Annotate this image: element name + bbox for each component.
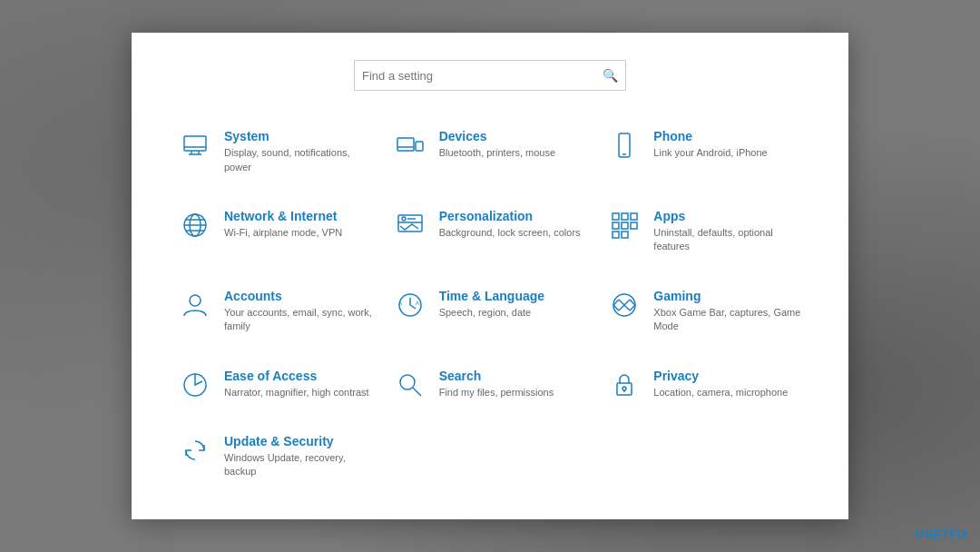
setting-text-personalization: Personalization Background, lock screen,…	[439, 209, 581, 240]
setting-desc-update: Windows Update, recovery, backup	[224, 451, 374, 479]
ease-icon	[177, 370, 213, 399]
privacy-icon	[606, 370, 642, 399]
setting-text-apps: Apps Uninstall, defaults, optional featu…	[653, 209, 803, 254]
svg-rect-19	[612, 213, 619, 220]
setting-title-time: Time & Language	[439, 289, 544, 303]
setting-title-phone: Phone	[653, 129, 767, 143]
setting-desc-network: Wi-Fi, airplane mode, VPN	[224, 226, 342, 240]
search-icon: 🔍	[603, 68, 618, 83]
system-icon	[177, 131, 213, 160]
setting-desc-system: Display, sound, notifications, power	[224, 146, 374, 174]
setting-title-network: Network & Internet	[224, 209, 342, 223]
setting-text-phone: Phone Link your Android, iPhone	[653, 129, 767, 160]
search-bar[interactable]: 🔍	[354, 60, 626, 91]
svg-point-44	[622, 387, 626, 390]
phone-icon	[606, 131, 642, 160]
svg-rect-26	[622, 232, 628, 238]
setting-title-personalization: Personalization	[439, 209, 581, 223]
settings-grid: System Display, sound, notifications, po…	[168, 116, 812, 492]
setting-title-accounts: Accounts	[224, 289, 374, 303]
svg-text:A: A	[416, 301, 419, 306]
accounts-icon	[177, 291, 213, 320]
setting-title-ease: Ease of Access	[224, 369, 369, 383]
setting-desc-personalization: Background, lock screen, colors	[439, 226, 581, 240]
setting-title-apps: Apps	[653, 209, 803, 223]
setting-desc-devices: Bluetooth, printers, mouse	[439, 146, 555, 160]
svg-rect-20	[622, 213, 628, 220]
setting-text-privacy: Privacy Location, camera, microphone	[653, 369, 788, 399]
setting-text-ease: Ease of Access Narrator, magnifier, high…	[224, 369, 369, 399]
setting-desc-ease: Narrator, magnifier, high contrast	[224, 386, 369, 399]
setting-item-network[interactable]: Network & Internet Wi-Fi, airplane mode,…	[168, 196, 383, 267]
search-icon	[392, 370, 428, 399]
setting-desc-privacy: Location, camera, microphone	[653, 386, 788, 399]
apps-icon	[606, 211, 642, 240]
network-icon	[177, 211, 213, 240]
watermark-label: UGETFIX	[916, 528, 969, 541]
svg-rect-21	[631, 213, 637, 220]
setting-desc-accounts: Your accounts, email, sync, work, family	[224, 306, 374, 334]
setting-item-apps[interactable]: Apps Uninstall, defaults, optional featu…	[597, 196, 812, 267]
setting-text-update: Update & Security Windows Update, recove…	[224, 434, 374, 479]
setting-item-gaming[interactable]: Gaming Xbox Game Bar, captures, Game Mod…	[597, 276, 812, 347]
svg-line-42	[413, 388, 421, 396]
setting-text-devices: Devices Bluetooth, printers, mouse	[439, 129, 555, 160]
svg-point-41	[400, 375, 415, 389]
setting-item-time[interactable]: AA Time & Language Speech, region, date	[383, 276, 598, 347]
svg-rect-0	[184, 136, 206, 151]
setting-item-personalization[interactable]: Personalization Background, lock screen,…	[383, 196, 598, 267]
setting-text-network: Network & Internet Wi-Fi, airplane mode,…	[224, 209, 342, 240]
setting-item-system[interactable]: System Display, sound, notifications, po…	[168, 116, 383, 187]
setting-text-gaming: Gaming Xbox Game Bar, captures, Game Mod…	[653, 289, 803, 334]
setting-title-system: System	[224, 129, 374, 143]
setting-item-update[interactable]: Update & Security Windows Update, recove…	[168, 421, 383, 492]
setting-item-privacy[interactable]: Privacy Location, camera, microphone	[597, 356, 812, 412]
setting-text-search: Search Find my files, permissions	[439, 369, 554, 399]
update-icon	[177, 436, 213, 465]
svg-point-27	[190, 295, 201, 306]
setting-desc-phone: Link your Android, iPhone	[653, 146, 767, 160]
svg-rect-8	[619, 133, 630, 157]
setting-title-search: Search	[439, 369, 554, 383]
setting-desc-gaming: Xbox Game Bar, captures, Game Mode	[653, 306, 803, 334]
svg-rect-22	[612, 222, 619, 229]
setting-item-accounts[interactable]: Accounts Your accounts, email, sync, wor…	[168, 276, 383, 347]
gaming-icon	[606, 291, 642, 320]
search-input[interactable]	[362, 69, 603, 83]
svg-rect-6	[416, 142, 423, 151]
search-bar-container: 🔍	[168, 60, 812, 91]
svg-rect-43	[617, 383, 632, 395]
personalization-icon	[392, 211, 428, 240]
setting-desc-search: Find my files, permissions	[439, 386, 554, 399]
svg-rect-24	[631, 222, 637, 229]
setting-item-search[interactable]: Search Find my files, permissions	[383, 356, 598, 412]
setting-text-time: Time & Language Speech, region, date	[439, 289, 544, 320]
setting-title-privacy: Privacy	[653, 369, 788, 383]
setting-title-devices: Devices	[439, 129, 555, 143]
setting-desc-apps: Uninstall, defaults, optional features	[653, 226, 803, 254]
devices-icon	[392, 131, 428, 160]
setting-title-update: Update & Security	[224, 434, 374, 448]
setting-title-gaming: Gaming	[653, 289, 803, 303]
settings-window: 🔍 System Display, sound, notifications, …	[132, 33, 848, 519]
svg-point-17	[402, 217, 406, 221]
svg-text:A: A	[398, 301, 402, 306]
svg-rect-25	[612, 232, 619, 238]
setting-item-devices[interactable]: Devices Bluetooth, printers, mouse	[383, 116, 598, 187]
setting-item-phone[interactable]: Phone Link your Android, iPhone	[597, 116, 812, 187]
setting-text-system: System Display, sound, notifications, po…	[224, 129, 374, 174]
setting-desc-time: Speech, region, date	[439, 306, 544, 320]
setting-item-ease[interactable]: Ease of Access Narrator, magnifier, high…	[168, 356, 383, 412]
svg-rect-23	[622, 222, 628, 229]
svg-rect-5	[397, 138, 414, 151]
setting-text-accounts: Accounts Your accounts, email, sync, wor…	[224, 289, 374, 334]
time-icon: AA	[392, 291, 428, 320]
